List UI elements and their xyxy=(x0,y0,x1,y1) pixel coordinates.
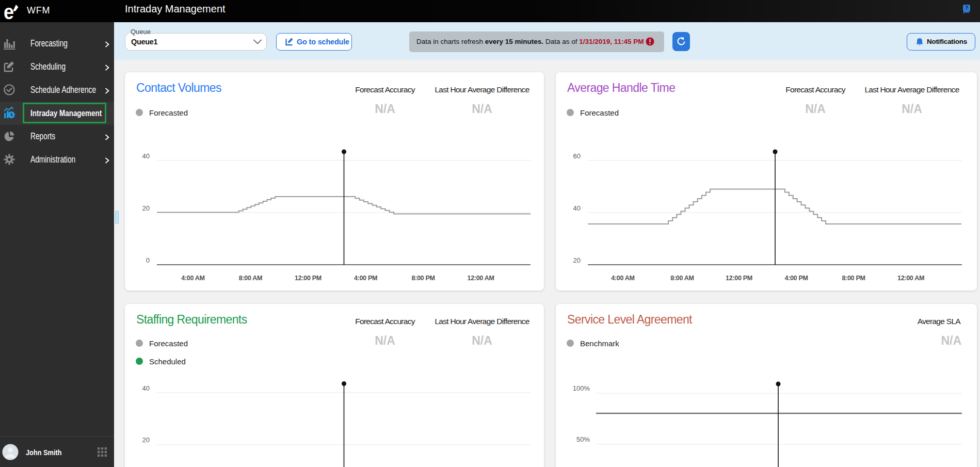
svg-text:12:00 AM: 12:00 AM xyxy=(897,275,924,282)
svg-text:50%: 50% xyxy=(576,436,590,443)
svg-text:20: 20 xyxy=(573,256,581,264)
svg-text:20: 20 xyxy=(142,436,150,444)
svg-text:4:00 PM: 4:00 PM xyxy=(354,275,377,282)
svg-text:e: e xyxy=(4,1,14,22)
svg-text:12:00 PM: 12:00 PM xyxy=(726,275,752,282)
svg-text:4:00 AM: 4:00 AM xyxy=(181,275,204,282)
svg-text:?: ? xyxy=(965,5,968,11)
svg-text:8:00 AM: 8:00 AM xyxy=(670,275,694,282)
svg-text:12:00 AM: 12:00 AM xyxy=(467,275,494,282)
svg-text:8:00 PM: 8:00 PM xyxy=(411,275,435,282)
svg-text:4:00 PM: 4:00 PM xyxy=(784,275,808,282)
svg-text:40: 40 xyxy=(573,204,581,212)
svg-text:4:00 AM: 4:00 AM xyxy=(611,275,634,282)
svg-text:0: 0 xyxy=(146,256,150,264)
svg-text:8:00 AM: 8:00 AM xyxy=(239,275,262,282)
svg-text:60: 60 xyxy=(573,152,581,160)
svg-text:40: 40 xyxy=(142,152,150,160)
svg-text:20: 20 xyxy=(142,204,150,212)
svg-text:40: 40 xyxy=(142,384,150,392)
svg-text:8:00 PM: 8:00 PM xyxy=(842,275,865,282)
svg-text:100%: 100% xyxy=(573,384,590,392)
svg-text:12:00 PM: 12:00 PM xyxy=(295,275,322,282)
